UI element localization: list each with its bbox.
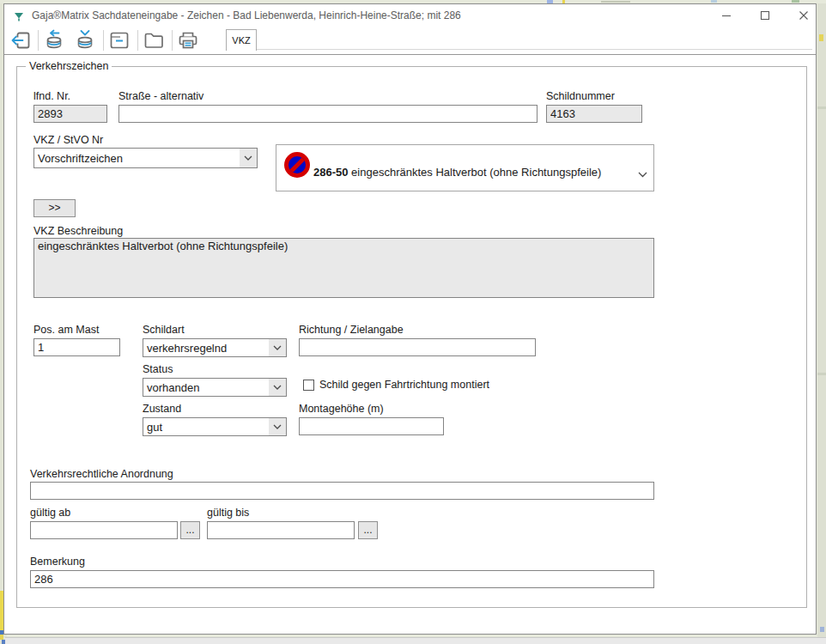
sign-select-combo[interactable]: 286-50 eingeschränktes Haltverbot (ohne …	[276, 144, 654, 191]
anordnung-label: Verkehrsrechtliche Anordnung	[30, 468, 173, 480]
status-label: Status	[143, 363, 173, 375]
tab-vkz[interactable]: VKZ	[226, 29, 257, 51]
pos-am-mast-label: Pos. am Mast	[33, 324, 99, 336]
database-write-icon[interactable]	[72, 28, 98, 52]
maximize-button[interactable]	[750, 4, 780, 26]
chevron-down-icon[interactable]	[269, 379, 286, 396]
map-background-right	[817, 3, 826, 644]
chevron-down-icon[interactable]	[240, 149, 257, 167]
anordnung-field[interactable]	[30, 482, 654, 500]
pos-am-mast-field[interactable]	[33, 338, 120, 356]
gueltig-ab-field[interactable]	[30, 521, 178, 539]
montagehoehe-label: Montagehöhe (m)	[299, 403, 384, 415]
schildart-combo[interactable]: verkehrsregelnd	[143, 338, 287, 357]
schildnummer-field[interactable]	[546, 105, 642, 123]
strasse-alternativ-label: Straße - alternativ	[118, 90, 203, 102]
richtung-field[interactable]	[299, 338, 536, 356]
app-logo-icon	[13, 10, 25, 22]
chevron-down-icon[interactable]	[269, 339, 286, 356]
lfd-nr-label: lfnd. Nr.	[33, 90, 70, 102]
groupbox-legend: Verkehrszeichen	[26, 60, 112, 72]
gueltig-bis-label: gültig bis	[207, 507, 249, 519]
vkz-stvo-label: VKZ / StVO Nr	[33, 134, 103, 146]
app-window: Gaja®Matrix Sachdateneingabe - Zeichen -…	[3, 3, 817, 635]
vkz-beschreibung-field[interactable]	[33, 238, 654, 298]
chevron-down-icon[interactable]	[269, 418, 286, 435]
gueltig-bis-field[interactable]	[207, 521, 355, 539]
fahrtrichtung-checkbox[interactable]	[303, 380, 314, 391]
fahrtrichtung-checkbox-label: Schild gegen Fahrtrichtung montiert	[319, 379, 489, 391]
lfd-nr-field[interactable]	[33, 105, 107, 123]
bemerkung-field[interactable]	[30, 570, 654, 588]
schildart-label: Schildart	[143, 324, 185, 336]
strasse-alternativ-field[interactable]	[118, 105, 538, 123]
gueltig-bis-browse-button[interactable]: ...	[358, 521, 378, 539]
folder-icon[interactable]	[141, 28, 167, 52]
vkz-beschreibung-label: VKZ Beschreibung	[33, 225, 123, 237]
bemerkung-label: Bemerkung	[30, 556, 85, 568]
chevron-down-icon[interactable]	[638, 166, 647, 181]
vkz-stvo-combo[interactable]: Vorschriftzeichen	[33, 148, 258, 168]
montagehoehe-field[interactable]	[299, 417, 444, 435]
window-minus-icon[interactable]	[106, 28, 132, 52]
exit-icon[interactable]	[8, 28, 33, 52]
close-button[interactable]	[789, 4, 818, 26]
expand-button[interactable]: >>	[33, 199, 76, 217]
tabstrip-line	[257, 49, 812, 50]
richtung-label: Richtung / Zielangabe	[299, 324, 404, 336]
minimize-button[interactable]	[712, 4, 741, 26]
gueltig-ab-label: gültig ab	[30, 507, 70, 519]
database-read-icon[interactable]	[41, 28, 67, 52]
underlying-app-statusbar	[5, 637, 826, 644]
vkz-stvo-value: Vorschriftzeichen	[34, 152, 240, 165]
zustand-label: Zustand	[143, 403, 181, 415]
window-title: Gaja®Matrix Sachdateneingabe - Zeichen -…	[32, 9, 461, 21]
content-divider	[4, 54, 816, 55]
schildnummer-label: Schildnummer	[546, 90, 615, 102]
status-combo[interactable]: vorhanden	[143, 378, 287, 397]
toolbar: VKZ	[4, 27, 816, 54]
sign-code: 286-50	[313, 166, 348, 179]
schildart-value: verkehrsregelnd	[143, 342, 269, 355]
zustand-value: gut	[143, 421, 269, 434]
zustand-combo[interactable]: gut	[143, 417, 287, 436]
no-parking-sign-icon	[284, 152, 310, 178]
print-icon[interactable]	[175, 28, 201, 52]
gueltig-ab-browse-button[interactable]: ...	[180, 521, 200, 539]
titlebar[interactable]: Gaja®Matrix Sachdateneingabe - Zeichen -…	[4, 4, 816, 27]
status-value: vorhanden	[143, 381, 269, 394]
sign-description: eingeschränktes Haltverbot (ohne Richtun…	[351, 166, 601, 179]
